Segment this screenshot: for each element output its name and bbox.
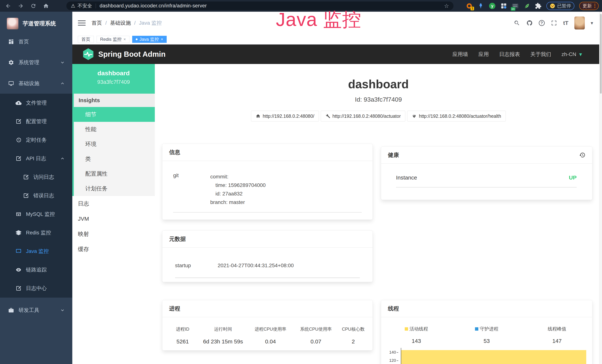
- extension-badge: 1: [471, 7, 474, 11]
- profile-paused-badge[interactable]: 已暂停: [546, 2, 574, 10]
- sba-sidebar-item-caches[interactable]: 缓存: [72, 242, 155, 257]
- sidebar-item-api-log[interactable]: API 日志: [0, 149, 72, 168]
- browser-forward-icon[interactable]: [17, 2, 24, 10]
- actuator-url-button[interactable]: http://192.168.0.2:48080/actuator: [321, 111, 405, 121]
- security-label[interactable]: 不安全: [77, 3, 92, 9]
- url-text[interactable]: dashboard.yudao.iocoder.cn/infra/admin-s…: [100, 3, 207, 9]
- address-bar[interactable]: ⚠ 不安全 dashboard.yudao.iocoder.cn/infra/a…: [66, 1, 453, 10]
- health-url-button[interactable]: http://192.168.0.2:48080/actuator/health: [407, 111, 505, 121]
- sidebar-item-java-monitor[interactable]: Java 监控: [0, 242, 72, 260]
- extension-orange-icon[interactable]: 1: [466, 3, 473, 9]
- process-header-system-cpu: 系统CPU使用率: [294, 326, 338, 332]
- metadata-card: 元数据 startup 2021-04-27T00:44:31.254+08:0…: [162, 230, 373, 282]
- sidebar-item-infrastructure[interactable]: 基础设施: [0, 74, 72, 93]
- sidebar-item-label: API 日志: [26, 155, 46, 162]
- y-tick-140: 140: [389, 350, 396, 355]
- service-url-button[interactable]: http://192.168.0.2:48080/: [251, 111, 319, 121]
- scrollbar-thumb[interactable]: [600, 14, 602, 94]
- help-icon[interactable]: ?: [539, 20, 545, 26]
- process-header-pid: 进程ID: [166, 326, 199, 332]
- eye-icon: [16, 267, 22, 273]
- locale-caret-icon[interactable]: ▾: [579, 51, 582, 57]
- threads-peak-value: 147: [522, 338, 592, 344]
- sidebar-item-label: MySQL 监控: [26, 211, 55, 218]
- sba-sidebar-item-logs[interactable]: 日志: [72, 196, 155, 211]
- metadata-value: 2021-04-27T00:44:31.254+08:00: [218, 263, 294, 268]
- user-menu-caret-icon[interactable]: ▾: [591, 20, 593, 26]
- wrench-icon: [325, 114, 330, 118]
- sba-sidebar-item-scheduled-tasks[interactable]: 计划任务: [74, 181, 155, 196]
- sba-nav-about[interactable]: 关于我们: [530, 51, 551, 58]
- sba-sidebar-item-config-props[interactable]: 配置属性: [74, 166, 155, 181]
- paused-label: 已暂停: [557, 3, 571, 9]
- sidebar-item-dev-tools[interactable]: 研发工具: [0, 301, 72, 320]
- extensions-puzzle-icon[interactable]: [535, 3, 542, 9]
- bookmark-star-icon[interactable]: ☆: [444, 3, 449, 9]
- sba-sidebar-item-environment[interactable]: 环境: [74, 137, 155, 151]
- sidebar-item-home[interactable]: 首页: [0, 32, 72, 51]
- extension-on-icon[interactable]: on: [512, 3, 519, 9]
- app-logo-row[interactable]: 芋道管理系统: [0, 15, 72, 32]
- instance-header[interactable]: dashboard 93a3fc7f7409: [72, 64, 155, 94]
- insights-section-label[interactable]: Insights: [74, 94, 155, 107]
- tab-label: Redis 监控: [100, 36, 122, 42]
- sba-nav-journal[interactable]: 日志报表: [499, 51, 520, 58]
- sidebar-item-error-log[interactable]: 错误日志: [0, 186, 72, 205]
- emoji-face-icon: [550, 3, 555, 9]
- sba-sidebar-item-metrics[interactable]: 性能: [74, 122, 155, 137]
- breadcrumb-home[interactable]: 首页: [92, 20, 102, 27]
- breadcrumb-infrastructure[interactable]: 基础设施: [110, 20, 131, 27]
- threads-card: 线程 活动线程 守护进程 线程峰值 143 53 147: [381, 300, 592, 364]
- spring-boot-admin-logo-icon[interactable]: [82, 48, 95, 60]
- font-size-icon[interactable]: tT: [563, 20, 569, 26]
- hamburger-icon[interactable]: [78, 19, 86, 27]
- heartbeat-icon: [412, 114, 417, 118]
- close-icon[interactable]: ×: [161, 37, 163, 42]
- sba-brand-title[interactable]: Spring Boot Admin: [98, 44, 166, 64]
- tab-redis-monitor[interactable]: Redis 监控 ×: [97, 36, 129, 43]
- threads-daemon-value: 53: [452, 338, 522, 344]
- sba-nav-applications[interactable]: 应用: [479, 51, 489, 58]
- sba-nav-wall[interactable]: 应用墙: [452, 51, 468, 58]
- sidebar-item-scheduled-jobs[interactable]: 定时任务: [0, 131, 72, 149]
- extension-grid-icon[interactable]: [500, 3, 507, 9]
- sba-sidebar-item-jvm[interactable]: JVM: [72, 211, 155, 226]
- extension-leaf-icon[interactable]: [523, 3, 530, 9]
- sidebar-item-file-manage[interactable]: 文件管理: [0, 94, 72, 112]
- user-avatar[interactable]: [574, 17, 585, 30]
- browser-update-button[interactable]: 更新: [579, 2, 599, 10]
- insights-section: Insights 细节 性能 环境 类 配置属性 计划任务: [72, 94, 155, 196]
- info-key: git: [173, 172, 210, 207]
- fullscreen-icon[interactable]: [551, 20, 557, 26]
- browser-back-icon[interactable]: [4, 2, 12, 10]
- sba-sidebar-item-classes[interactable]: 类: [74, 151, 155, 166]
- sidebar-item-redis-monitor[interactable]: Redis 监控: [0, 224, 72, 242]
- git-commit-line: commit:: [210, 172, 266, 181]
- sidebar-item-config-manage[interactable]: 配置管理: [0, 112, 72, 131]
- sidebar-item-access-log[interactable]: 访问日志: [0, 168, 72, 186]
- sidebar-item-system[interactable]: 系统管理: [0, 53, 72, 72]
- sba-nav-locale[interactable]: zh-CN: [562, 51, 576, 57]
- sba-sidebar-item-details[interactable]: 细节: [74, 107, 155, 122]
- breadcrumb: 首页 / 基础设施 / Java 监控: [92, 12, 162, 34]
- sidebar-item-label: 定时任务: [26, 137, 47, 143]
- tab-java-monitor[interactable]: Java 监控 ×: [132, 36, 167, 43]
- tab-home[interactable]: 首页: [78, 36, 94, 43]
- sidebar-item-mysql-monitor[interactable]: MySQL 监控: [0, 205, 72, 224]
- monitor-icon: [8, 80, 14, 86]
- github-icon[interactable]: [526, 20, 533, 26]
- sba-sidebar-item-mappings[interactable]: 映射: [72, 226, 155, 242]
- divider: [396, 187, 577, 187]
- sidebar-item-trace[interactable]: 链路追踪: [0, 260, 72, 279]
- close-icon[interactable]: ×: [123, 37, 126, 42]
- browser-menu-kebab-icon[interactable]: [594, 4, 595, 8]
- browser-home-icon[interactable]: [42, 2, 50, 10]
- history-icon[interactable]: [579, 152, 585, 158]
- divider: [173, 212, 362, 213]
- sidebar-item-log-center[interactable]: 日志中心: [0, 279, 72, 298]
- process-value-cpus: 2: [338, 338, 368, 345]
- extension-y-icon[interactable]: y: [489, 3, 495, 9]
- browser-reload-icon[interactable]: [30, 2, 37, 10]
- search-icon[interactable]: [514, 20, 520, 26]
- extension-pin-icon[interactable]: [477, 3, 484, 9]
